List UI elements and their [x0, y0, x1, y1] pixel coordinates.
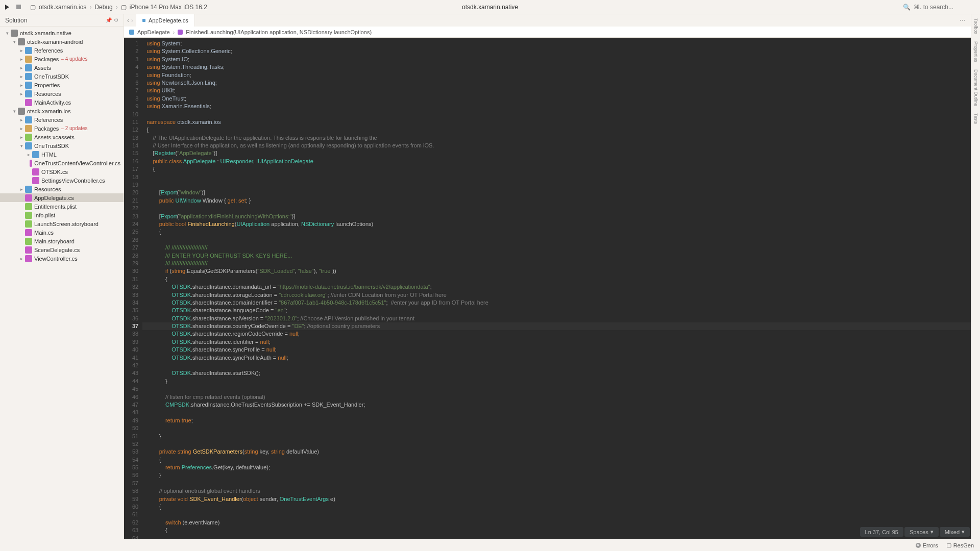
chevron-right-icon: ›: [173, 29, 175, 35]
tree-item[interactable]: ▸Packages– 2 updates: [0, 124, 124, 133]
global-search[interactable]: 🔍: [903, 4, 975, 11]
editor-area: ‹ › AppDelegate.cs ⋯ AppDelegate › Finis…: [124, 14, 971, 539]
csharp-file-icon: [142, 19, 145, 22]
tree-item[interactable]: ▸Packages– 4 updates: [0, 55, 124, 63]
sidebar-header: Solution 📌 ⚙: [0, 14, 124, 27]
rail-properties[interactable]: Properties: [973, 41, 978, 62]
tree-item[interactable]: ▸Properties: [0, 81, 124, 89]
tree-item[interactable]: ▾otsdk.xamarin.native: [0, 29, 124, 37]
tree-item[interactable]: ▸Assets.xcassets: [0, 133, 124, 141]
resgen-icon: ▢: [946, 542, 951, 548]
tree-item[interactable]: ▸References: [0, 115, 124, 124]
tree-item[interactable]: Main.storyboard: [0, 237, 124, 245]
breadcrumb-class: AppDelegate: [137, 29, 170, 35]
nav-back-icon[interactable]: ‹: [127, 17, 129, 24]
sidebar-title: Solution: [5, 17, 27, 24]
tree-item[interactable]: ▸ViewController.cs: [0, 254, 124, 263]
tree-item[interactable]: SettingsViewController.cs: [0, 176, 124, 185]
window-title: otsdk.xamarin.native: [462, 4, 518, 11]
chevron-right-icon: ›: [116, 4, 118, 11]
tree-item[interactable]: Info.plist: [0, 211, 124, 219]
line-ending[interactable]: Mixed▾: [940, 527, 970, 537]
rail-document-outline[interactable]: Document Outline: [973, 69, 978, 106]
stop-button[interactable]: [16, 5, 21, 9]
tree-item[interactable]: ▸HTML: [0, 150, 124, 159]
tab-active[interactable]: AppDelegate.cs: [136, 14, 195, 27]
chevron-down-icon: ▾: [930, 529, 934, 535]
run-config: Debug: [94, 4, 112, 11]
class-icon: [129, 30, 134, 35]
nav-forward-icon[interactable]: ›: [131, 17, 133, 24]
tree-item[interactable]: OneTrustContentViewController.cs: [0, 159, 124, 167]
cursor-position[interactable]: Ln 37, Col 95: [860, 527, 903, 537]
editor-statusbar: Ln 37, Col 95 Spaces▾ Mixed▾: [860, 527, 970, 537]
run-config-breadcrumb[interactable]: ▢ otsdk.xamarin.ios › Debug › ▢ iPhone 1…: [30, 4, 207, 11]
right-tool-rail: ToolboxPropertiesDocument OutlineTests: [971, 14, 980, 539]
chevron-down-icon: ▾: [962, 529, 965, 535]
device-icon: ▢: [121, 4, 127, 11]
gear-icon[interactable]: ⚙: [114, 17, 118, 23]
tree-item[interactable]: ▸Assets: [0, 63, 124, 72]
top-toolbar: ▢ otsdk.xamarin.ios › Debug › ▢ iPhone 1…: [0, 0, 980, 14]
bottom-status-bar: ✕ Errors ▢ ResGen: [0, 539, 980, 551]
tree-item[interactable]: Entitlements.plist: [0, 202, 124, 211]
solution-tree[interactable]: ▾otsdk.xamarin.native▾otsdk-xamarin-andr…: [0, 27, 124, 539]
indent-mode[interactable]: Spaces▾: [904, 527, 939, 537]
run-button[interactable]: [5, 5, 9, 10]
tree-item[interactable]: OTSDK.cs: [0, 167, 124, 176]
tree-item[interactable]: SceneDelegate.cs: [0, 245, 124, 254]
solution-sidebar: Solution 📌 ⚙ ▾otsdk.xamarin.native▾otsdk…: [0, 14, 124, 539]
tree-item[interactable]: ▸OneTrustSDK: [0, 72, 124, 81]
tree-item[interactable]: ▸Resources: [0, 185, 124, 193]
project-icon: ▢: [30, 4, 36, 11]
rail-toolbox[interactable]: Toolbox: [973, 18, 978, 34]
tree-item[interactable]: ▾OneTrustSDK: [0, 141, 124, 150]
search-icon: 🔍: [903, 4, 911, 11]
tree-item[interactable]: ▸References: [0, 46, 124, 55]
code-editor[interactable]: 1234567891011121314151617181920212223242…: [124, 38, 971, 539]
tab-nav: ‹ ›: [124, 17, 136, 24]
pin-icon[interactable]: 📌: [106, 17, 112, 23]
run-device: iPhone 14 Pro Max iOS 16.2: [130, 4, 207, 11]
tab-overflow-icon[interactable]: ⋯: [954, 17, 971, 24]
errors-panel-toggle[interactable]: ✕ Errors: [916, 542, 938, 548]
method-icon: [178, 30, 183, 35]
member-breadcrumb[interactable]: AppDelegate › FinishedLaunching(UIApplic…: [124, 27, 971, 38]
tree-item[interactable]: ▾otsdk-xamarin-android: [0, 37, 124, 46]
tree-item[interactable]: MainActivity.cs: [0, 98, 124, 107]
error-icon: ✕: [916, 543, 921, 548]
run-project: otsdk.xamarin.ios: [39, 4, 86, 11]
resgen-panel-toggle[interactable]: ▢ ResGen: [946, 542, 974, 548]
tree-item[interactable]: ▾otsdk.xamarin.ios: [0, 107, 124, 115]
search-input[interactable]: [914, 4, 975, 11]
tree-item[interactable]: Main.cs: [0, 228, 124, 237]
tree-item[interactable]: ▸Resources: [0, 89, 124, 98]
tree-item[interactable]: AppDelegate.cs: [0, 193, 124, 202]
tab-label: AppDelegate.cs: [149, 17, 188, 23]
chevron-right-icon: ›: [89, 4, 91, 11]
tab-bar: ‹ › AppDelegate.cs ⋯: [124, 14, 971, 27]
tree-item[interactable]: LaunchScreen.storyboard: [0, 219, 124, 228]
rail-tests[interactable]: Tests: [973, 113, 978, 124]
breadcrumb-method: FinishedLaunching(UIApplication applicat…: [186, 29, 372, 35]
